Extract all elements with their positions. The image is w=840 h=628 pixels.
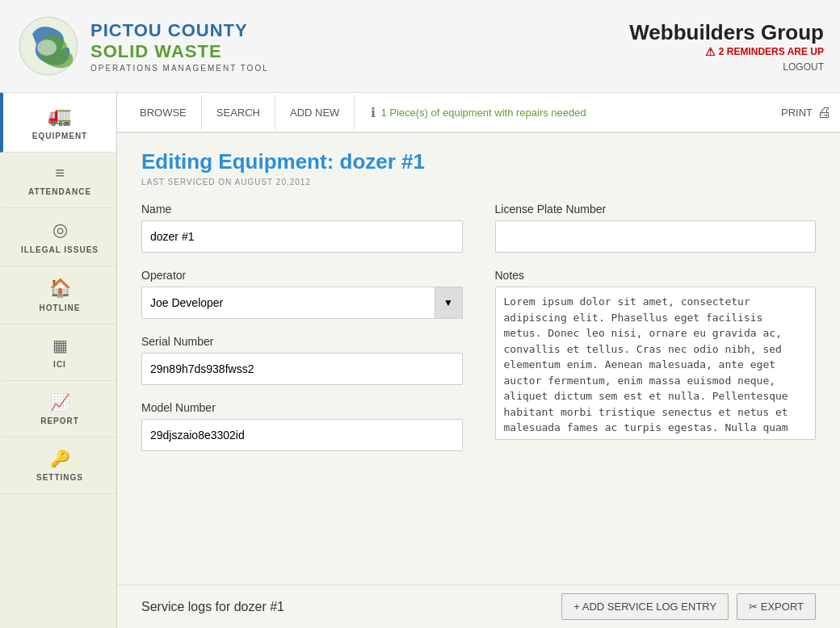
logo-icon (16, 14, 81, 78)
export-button[interactable]: ✂ EXPORT (737, 593, 816, 620)
logo-line2: SOLID WASTE (90, 41, 269, 62)
print-button[interactable]: PRINT 🖨 (781, 104, 832, 121)
license-label: License Plate Number (495, 203, 817, 216)
operator-select[interactable]: Joe Developer (141, 287, 463, 319)
service-logs-title: Service logs for dozer #1 (141, 600, 284, 614)
serial-label: Serial Number (141, 335, 463, 348)
sidebar-item-ici[interactable]: ▦ ICI (0, 324, 116, 381)
sidebar-label-illegal-issues: ILLEGAL ISSUES (21, 245, 99, 254)
logo-line1: PICTOU COUNTY (90, 20, 269, 41)
content-area: BROWSE SEARCH ADD NEW ℹ 1 Piece(s) of eq… (117, 93, 840, 628)
tab-alert: ℹ 1 Piece(s) of equipment with repairs n… (371, 105, 781, 120)
tab-search[interactable]: SEARCH (202, 95, 275, 130)
model-group: Model Number (141, 401, 463, 451)
print-label: PRINT (781, 107, 813, 119)
form-title: Editing Equipment: dozer #1 (141, 149, 816, 174)
main-layout: 🚛 EQUIPMENT ≡ ATTENDANCE ◎ ILLEGAL ISSUE… (0, 93, 840, 628)
tab-browse[interactable]: BROWSE (125, 95, 202, 130)
ici-icon: ▦ (52, 336, 68, 355)
operator-label: Operator (141, 269, 463, 282)
sidebar-label-ici: ICI (53, 360, 66, 369)
logo-area: PICTOU COUNTY SOLID WASTE OPERATIONS MAN… (16, 14, 269, 78)
company-name: Webbuilders Group (629, 20, 824, 45)
chevron-down-icon[interactable]: ▼ (435, 287, 463, 319)
alert-text: 1 Piece(s) of equipment with repairs nee… (380, 107, 586, 119)
reminders-text: 2 REMINDERS ARE UP (719, 46, 824, 57)
settings-icon: 🔑 (50, 449, 70, 468)
add-service-log-button[interactable]: + ADD SERVICE LOG ENTRY (561, 593, 729, 620)
sidebar-item-report[interactable]: 📈 REPORT (0, 381, 116, 438)
tab-bar: BROWSE SEARCH ADD NEW ℹ 1 Piece(s) of eq… (117, 93, 840, 133)
license-group: License Plate Number (495, 203, 817, 253)
sidebar-item-illegal-issues[interactable]: ◎ ILLEGAL ISSUES (0, 208, 116, 266)
sidebar-item-settings[interactable]: 🔑 SETTINGS (0, 438, 116, 494)
name-group: Name (141, 203, 463, 253)
license-input[interactable] (495, 220, 817, 253)
logo-text: PICTOU COUNTY SOLID WASTE OPERATIONS MAN… (90, 20, 269, 73)
svg-point-1 (37, 40, 57, 56)
sidebar-item-hotline[interactable]: 🏠 HOTLINE (0, 266, 116, 324)
form-area: Editing Equipment: dozer #1 LAST SERVICE… (117, 133, 840, 584)
sidebar-item-attendance[interactable]: ≡ ATTENDANCE (0, 153, 116, 208)
warning-icon: ⚠ (705, 45, 716, 58)
notes-group: Notes Lorem ipsum dolor sit amet, consec… (495, 269, 817, 451)
service-logs-bar: Service logs for dozer #1 + ADD SERVICE … (117, 584, 840, 628)
serial-input[interactable] (141, 353, 463, 385)
header: PICTOU COUNTY SOLID WASTE OPERATIONS MAN… (0, 0, 840, 93)
sidebar-label-report: REPORT (40, 417, 79, 425)
operator-group: Operator Joe Developer ▼ (141, 269, 463, 319)
header-right: Webbuilders Group ⚠ 2 REMINDERS ARE UP L… (629, 20, 824, 73)
notes-label: Notes (495, 269, 817, 282)
form-grid: Name License Plate Number Operator Joe D… (141, 203, 816, 451)
operator-select-wrapper: Joe Developer ▼ (141, 287, 463, 319)
logout-button[interactable]: LOGOUT (629, 61, 824, 73)
name-input[interactable] (141, 220, 463, 253)
sidebar-label-attendance: ATTENDANCE (28, 187, 91, 196)
report-icon: 📈 (50, 392, 70, 412)
form-subtitle: LAST SERVICED ON AUGUST 20,2012 (141, 178, 816, 186)
reminders-bar[interactable]: ⚠ 2 REMINDERS ARE UP (629, 45, 824, 58)
sidebar-label-hotline: HOTLINE (40, 304, 81, 312)
notes-textarea[interactable]: Lorem ipsum dolor sit amet, consectetur … (495, 287, 817, 440)
sidebar-label-settings: SETTINGS (36, 473, 83, 482)
name-label: Name (141, 203, 463, 216)
service-logs-buttons: + ADD SERVICE LOG ENTRY ✂ EXPORT (561, 593, 816, 620)
serial-group: Serial Number (141, 335, 463, 385)
sidebar-label-equipment: EQUIPMENT (32, 132, 87, 140)
equipment-icon: 🚛 (48, 104, 72, 127)
model-label: Model Number (141, 401, 463, 414)
tab-add-new[interactable]: ADD NEW (275, 95, 355, 130)
info-icon: ℹ (371, 105, 376, 120)
illegal-issues-icon: ◎ (52, 220, 68, 241)
model-input[interactable] (141, 419, 463, 451)
sidebar: 🚛 EQUIPMENT ≡ ATTENDANCE ◎ ILLEGAL ISSUE… (0, 93, 117, 628)
print-icon: 🖨 (817, 104, 832, 121)
attendance-icon: ≡ (55, 164, 65, 182)
logo-subtitle: OPERATIONS MANAGEMENT TOOL (90, 64, 269, 73)
hotline-icon: 🏠 (49, 278, 71, 299)
sidebar-item-equipment[interactable]: 🚛 EQUIPMENT (0, 93, 116, 153)
